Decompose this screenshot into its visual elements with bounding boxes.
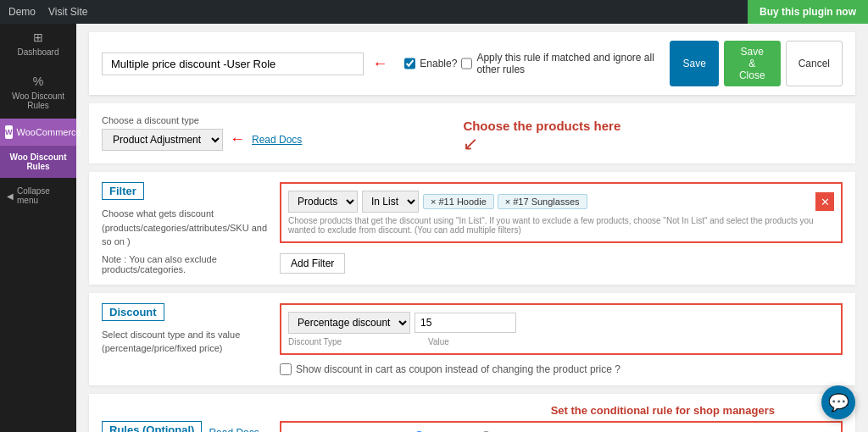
- discount-field-labels: Discount Type Value: [288, 337, 834, 346]
- coupon-row: Show discount in cart as coupon instead …: [280, 363, 843, 375]
- sidebar-item-woo-discount[interactable]: % Woo Discount Rules: [0, 65, 76, 119]
- discount-type-select[interactable]: Product Adjustment: [102, 129, 223, 151]
- discount-content: Percentage discount Discount Type Value …: [280, 303, 843, 375]
- sidebar: ⊞ Dashboard % Woo Discount Rules W WooCo…: [0, 0, 76, 432]
- collapse-icon: ◀: [7, 191, 14, 201]
- filter-desc: Choose what gets discount (products/cate…: [102, 207, 271, 249]
- shop-manager-annotation: Set the conditional rule for shop manage…: [102, 404, 843, 417]
- save-button[interactable]: Save: [670, 41, 718, 86]
- sidebar-woocommerce[interactable]: W WooCommerce: [0, 119, 76, 146]
- woocommerce-icon: W: [5, 125, 13, 139]
- sidebar-item-dashboard[interactable]: ⊞ Dashboard: [0, 21, 76, 65]
- rule-name-arrow: ←: [372, 55, 387, 73]
- filter-hint: Choose products that get the discount us…: [288, 216, 834, 235]
- annotation-area: Choose the products here ↙: [463, 119, 620, 155]
- rules-content: Conditions Relationship Match All Match …: [280, 421, 843, 433]
- choose-products-arrow: ↙: [463, 133, 620, 155]
- coupon-checkbox[interactable]: [280, 363, 292, 375]
- read-docs-link[interactable]: Read Docs: [252, 134, 302, 146]
- filter-title: Filter: [102, 182, 144, 200]
- discount-box: Percentage discount Discount Type Value: [280, 303, 843, 355]
- filter-tags: × #11 Hoodie × #17 Sunglasses: [423, 194, 811, 209]
- coupon-label: Show discount in cart as coupon instead …: [296, 363, 620, 375]
- sidebar-woocommerce-label: WooCommerce: [17, 127, 81, 137]
- filter-remove-button[interactable]: ✕: [815, 192, 834, 211]
- discount-type-row: Choose a discount type Product Adjustmen…: [89, 103, 855, 163]
- discount-value-label: Value: [428, 337, 449, 346]
- filter-box: Products In List × #11 Hoodie × #17 Sung…: [280, 182, 843, 243]
- filter-tag-sunglasses[interactable]: × #17 Sunglasses: [498, 194, 587, 209]
- rules-header: Rules (Optional) Read Docs: [102, 421, 271, 433]
- rules-read-docs[interactable]: Read Docs: [209, 427, 259, 432]
- header-buttons: Save Save & Close Cancel: [670, 41, 843, 86]
- filter-tag-hoodie[interactable]: × #11 Hoodie: [423, 194, 494, 209]
- discount-type-label: Choose a discount type: [102, 115, 302, 125]
- save-close-button[interactable]: Save & Close: [724, 41, 781, 86]
- chat-bubble[interactable]: 💬: [821, 385, 855, 419]
- filter-condition-select[interactable]: In List: [362, 191, 419, 213]
- add-filter-button[interactable]: Add Filter: [280, 253, 345, 274]
- filter-content: Products In List × #11 Hoodie × #17 Sung…: [280, 182, 843, 274]
- sidebar-woo-label: Woo Discount Rules: [7, 91, 70, 110]
- topbar-visit-site-link[interactable]: Visit Site: [48, 6, 87, 18]
- main-content: ← Enable? Apply this rule if matched and…: [76, 0, 868, 432]
- conditions-box: Conditions Relationship Match All Match …: [280, 421, 843, 433]
- sidebar-dashboard-label: Dashboard: [18, 47, 59, 57]
- apply-rule-checkbox[interactable]: [461, 58, 472, 69]
- filter-note: Note : You can also exclude products/cat…: [102, 254, 271, 274]
- filter-row: Products In List × #11 Hoodie × #17 Sung…: [288, 191, 834, 213]
- rules-section: Set the conditional rule for shop manage…: [89, 394, 855, 433]
- collapse-label: Collapse menu: [17, 186, 70, 205]
- buy-plugin-button[interactable]: Buy this plugin now: [748, 0, 868, 24]
- discount-value-input[interactable]: [415, 313, 516, 333]
- topbar: Demo Visit Site Buy this plugin now: [0, 0, 868, 24]
- discount-type-arrow: ←: [230, 130, 245, 148]
- dashboard-icon: ⊞: [31, 30, 46, 45]
- sidebar-active-item[interactable]: Woo Discount Rules: [0, 146, 76, 178]
- cancel-button[interactable]: Cancel: [786, 41, 843, 86]
- woo-discount-icon: %: [31, 74, 46, 89]
- discount-title: Discount: [102, 303, 164, 321]
- filter-type-select[interactable]: Products: [288, 191, 358, 213]
- topbar-demo-link[interactable]: Demo: [8, 6, 36, 18]
- enable-checkbox[interactable]: [404, 58, 415, 69]
- rules-title: Rules (Optional): [102, 421, 202, 433]
- discount-desc: Select discount type and its value (perc…: [102, 328, 271, 356]
- filter-section: Filter Choose what gets discount (produc…: [89, 172, 855, 285]
- rule-name-input[interactable]: [102, 53, 364, 75]
- discount-inner: Percentage discount: [288, 312, 834, 334]
- header-row: ← Enable? Apply this rule if matched and…: [89, 32, 855, 95]
- choose-products-annotation: Choose the products here: [463, 119, 620, 133]
- discount-type-select[interactable]: Percentage discount: [288, 312, 410, 334]
- discount-section: Discount Select discount type and its va…: [89, 293, 855, 385]
- enable-row: Enable? Apply this rule if matched and i…: [404, 52, 661, 75]
- apply-rule-label: Apply this rule if matched and ignore al…: [476, 52, 661, 75]
- collapse-menu-item[interactable]: ◀ Collapse menu: [0, 178, 76, 213]
- discount-type-label: Discount Type: [288, 337, 424, 346]
- enable-label: Enable?: [420, 58, 457, 69]
